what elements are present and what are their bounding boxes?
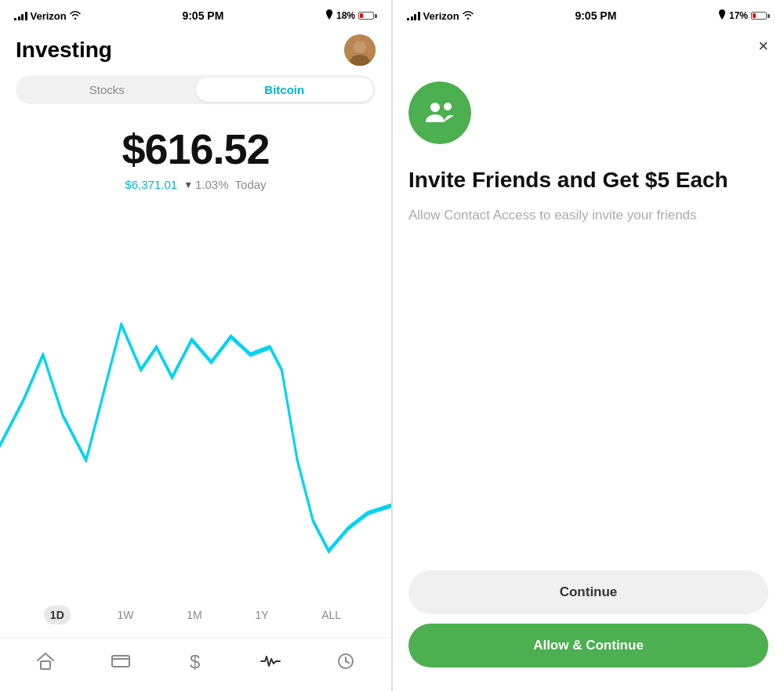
time-right: 9:05 PM [575,9,616,22]
location-icon-right [718,9,726,23]
invite-subtitle: Allow Contact Access to easily invite yo… [408,206,768,225]
continue-button[interactable]: Continue [408,570,768,614]
status-right-left: 18% [325,9,377,23]
price-section: $616.52 $6,371.01 ▼ 1.03% Today [0,117,391,196]
wifi-icon-right [463,10,474,22]
price-period: Today [235,178,267,191]
svg-point-1 [354,41,366,53]
time-filters: 1D 1W 1M 1Y ALL [0,596,391,637]
price-change-pct: 1.03% [195,178,229,191]
invite-icon-circle [408,81,471,144]
time-filter-1w[interactable]: 1W [111,606,140,624]
chart-area [0,204,391,596]
battery-percent-left: 18% [336,10,355,21]
buttons-area: Continue Allow & Continue [408,570,768,667]
close-button[interactable]: × [752,30,768,63]
price-details: $6,371.01 ▼ 1.03% Today [16,178,376,191]
carrier-right: Verizon [423,10,459,22]
status-left-right: Verizon [407,10,474,22]
main-price: $616.52 [16,125,376,173]
svg-rect-3 [41,661,50,669]
tab-bitcoin[interactable]: Bitcoin [196,78,374,102]
nav-card-icon[interactable] [107,647,135,675]
right-phone-content: × Invite Friends and Get $5 Each Allow C… [393,28,784,691]
signal-icon-right [407,11,420,20]
bottom-nav: $ [0,637,391,691]
svg-text:$: $ [190,651,200,671]
status-bar-right: Verizon 9:05 PM 17% [393,0,784,28]
tab-stocks[interactable]: Stocks [18,78,196,102]
tabs-container: Stocks Bitcoin [16,75,376,104]
allow-continue-button[interactable]: Allow & Continue [408,624,768,667]
svg-line-9 [346,661,349,663]
avatar[interactable] [344,34,376,66]
svg-point-11 [444,103,452,110]
friends-icon [423,96,457,130]
carrier-left: Verizon [31,10,67,22]
right-phone: Verizon 9:05 PM 17% [392,0,784,691]
battery-percent-right: 17% [729,10,748,21]
svg-point-10 [430,103,440,112]
left-phone: Verizon 9:05 PM 18% [0,0,392,691]
signal-icon [14,11,27,20]
status-right-right: 17% [718,9,770,23]
time-left: 9:05 PM [182,9,223,22]
time-filter-all[interactable]: ALL [315,606,347,624]
price-change: ▼ 1.03% [183,178,228,191]
header-left: Investing [0,28,391,75]
arrow-down-icon: ▼ [183,179,193,190]
time-filter-1y[interactable]: 1Y [249,606,274,624]
chart-svg [0,204,391,596]
app-title: Investing [16,38,112,63]
status-left: Verizon [14,10,81,22]
nav-clock-icon[interactable] [332,647,360,675]
time-filter-1d[interactable]: 1D [44,606,71,624]
time-filter-1m[interactable]: 1M [180,606,208,624]
app-container: Verizon 9:05 PM 18% [0,0,784,691]
invite-title: Invite Friends and Get $5 Each [408,166,768,194]
price-secondary: $6,371.01 [125,178,177,191]
location-icon-left [325,9,333,23]
nav-activity-icon[interactable] [256,647,285,675]
svg-rect-4 [112,656,129,667]
nav-dollar-icon[interactable]: $ [181,647,209,675]
status-bar-left: Verizon 9:05 PM 18% [0,0,391,28]
battery-icon-right [751,12,770,20]
nav-home-icon[interactable] [31,647,60,675]
battery-icon-left [358,12,377,20]
wifi-icon-left [70,10,81,22]
